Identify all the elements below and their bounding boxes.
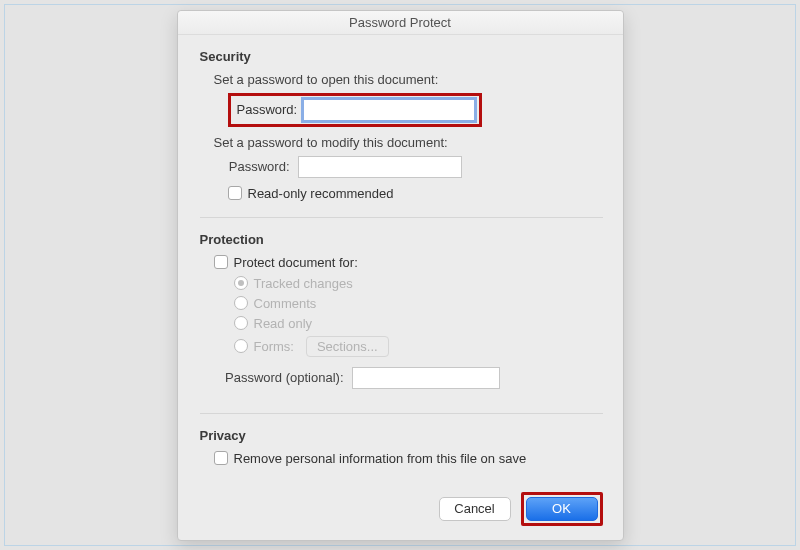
security-indent: Set a password to open this document: Pa… [200, 72, 603, 201]
open-password-row: Password: [214, 93, 603, 127]
readonly-radio [234, 316, 248, 330]
readonly-row: Read only [200, 316, 603, 331]
protect-document-checkbox[interactable] [214, 255, 228, 269]
cancel-button[interactable]: Cancel [439, 497, 511, 521]
protection-section: Protection Protect document for: Tracked… [200, 217, 603, 413]
privacy-heading: Privacy [200, 428, 603, 443]
dialog-content: Security Set a password to open this doc… [178, 35, 623, 488]
readonly-recommended-label: Read-only recommended [248, 186, 394, 201]
optional-password-label: Password (optional): [214, 370, 344, 385]
ok-button-label: OK [552, 501, 571, 516]
dialog-button-row: Cancel OK [178, 488, 623, 540]
privacy-section: Privacy Remove personal information from… [200, 413, 603, 474]
ok-button[interactable]: OK [526, 497, 598, 521]
optional-password-row: Password (optional): [200, 367, 603, 389]
ok-button-highlight: OK [521, 492, 603, 526]
cancel-button-label: Cancel [454, 501, 494, 516]
open-password-input[interactable] [303, 99, 475, 121]
protection-heading: Protection [200, 232, 603, 247]
open-password-label: Password: [237, 102, 298, 117]
password-protect-dialog: Password Protect Security Set a password… [177, 10, 624, 541]
protect-document-row: Protect document for: [200, 255, 603, 270]
forms-radio [234, 339, 248, 353]
forms-row: Forms: Sections... [200, 336, 603, 357]
optional-password-input[interactable] [352, 367, 500, 389]
protect-document-label: Protect document for: [234, 255, 358, 270]
modify-password-input[interactable] [298, 156, 462, 178]
comments-row: Comments [200, 296, 603, 311]
tracked-changes-label: Tracked changes [254, 276, 353, 291]
security-heading: Security [200, 49, 603, 64]
remove-personal-label: Remove personal information from this fi… [234, 451, 527, 466]
readonly-recommended-row: Read-only recommended [214, 186, 603, 201]
screenshot-frame: Password Protect Security Set a password… [4, 4, 796, 546]
forms-label: Forms: [254, 339, 294, 354]
open-password-instruction: Set a password to open this document: [214, 72, 603, 87]
modify-password-instruction: Set a password to modify this document: [214, 135, 603, 150]
remove-personal-checkbox[interactable] [214, 451, 228, 465]
dialog-titlebar: Password Protect [178, 11, 623, 35]
readonly-label: Read only [254, 316, 313, 331]
modify-password-row: Password: [214, 156, 603, 178]
dialog-title: Password Protect [349, 15, 451, 30]
comments-label: Comments [254, 296, 317, 311]
readonly-recommended-checkbox[interactable] [228, 186, 242, 200]
comments-radio [234, 296, 248, 310]
modify-password-label: Password: [228, 159, 290, 174]
sections-button: Sections... [306, 336, 389, 357]
open-password-highlight: Password: [228, 93, 483, 127]
tracked-changes-radio [234, 276, 248, 290]
security-section: Security Set a password to open this doc… [200, 49, 603, 217]
tracked-changes-row: Tracked changes [200, 276, 603, 291]
remove-personal-row: Remove personal information from this fi… [200, 451, 603, 466]
